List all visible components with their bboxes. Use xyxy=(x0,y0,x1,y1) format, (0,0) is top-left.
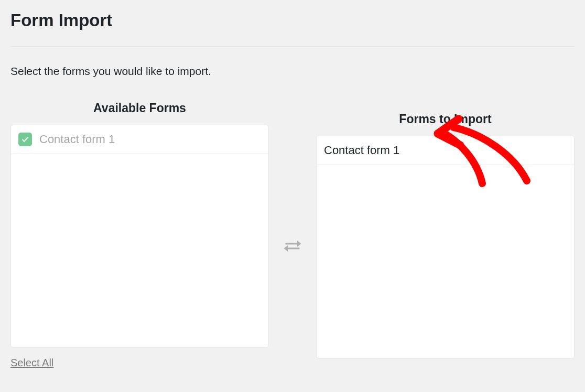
available-forms-list[interactable]: Contact form 1 xyxy=(10,125,269,347)
available-forms-column: Available Forms Contact form 1 Select Al… xyxy=(10,101,269,369)
list-item-label: Contact form 1 xyxy=(324,144,399,157)
available-forms-header: Available Forms xyxy=(10,101,269,115)
instruction-text: Select the forms you would like to impor… xyxy=(10,65,575,78)
swap-icon xyxy=(269,236,316,255)
import-columns: Available Forms Contact form 1 Select Al… xyxy=(10,101,575,369)
checkbox-checked-icon[interactable] xyxy=(18,133,32,146)
list-item[interactable]: Contact form 1 xyxy=(317,136,574,165)
page-title: Form Import xyxy=(10,10,575,30)
forms-to-import-header: Forms to Import xyxy=(316,112,575,126)
forms-to-import-column: Forms to Import Contact form 1 xyxy=(316,112,575,358)
list-item-label: Contact form 1 xyxy=(39,133,115,146)
divider xyxy=(10,46,575,47)
list-item[interactable]: Contact form 1 xyxy=(11,125,268,154)
forms-to-import-list[interactable]: Contact form 1 xyxy=(316,136,575,358)
select-all-button[interactable]: Select All xyxy=(10,357,53,369)
